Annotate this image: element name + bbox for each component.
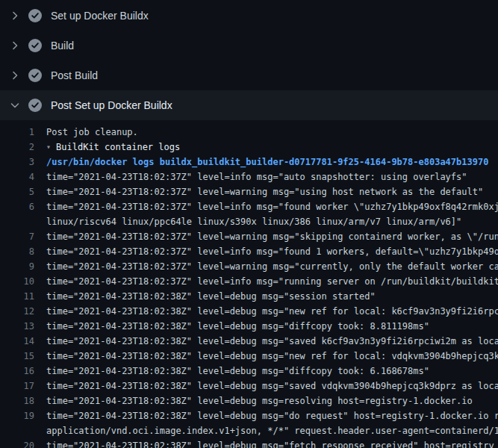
log-line-number[interactable]: 19 bbox=[0, 408, 34, 423]
log-line-number[interactable]: 2 bbox=[0, 140, 34, 155]
log-line-text: time="2021-04-23T18:02:38Z" level=debug … bbox=[34, 304, 498, 319]
log-line: 5 time="2021-04-23T18:02:37Z" level=warn… bbox=[0, 184, 498, 199]
log-line-text: time="2021-04-23T18:02:37Z" level=warnin… bbox=[34, 184, 498, 199]
log-line-number[interactable]: 4 bbox=[0, 169, 34, 184]
log-line: 11 time="2021-04-23T18:02:38Z" level=deb… bbox=[0, 289, 498, 304]
log-line: 9 time="2021-04-23T18:02:37Z" level=warn… bbox=[0, 259, 498, 274]
log-line-number[interactable]: 10 bbox=[0, 274, 34, 289]
log-line-text: time="2021-04-23T18:02:38Z" level=debug … bbox=[34, 408, 498, 423]
log-line-number[interactable]: 18 bbox=[0, 393, 34, 408]
log-line-text: time="2021-04-23T18:02:38Z" level=debug … bbox=[34, 289, 498, 304]
log-line: application/vnd.oci.image.index.v1+json,… bbox=[0, 423, 498, 438]
log-line-number[interactable]: 8 bbox=[0, 244, 34, 259]
log-line-number[interactable]: 7 bbox=[0, 229, 34, 244]
log-group-title: BuildKit container logs bbox=[56, 142, 180, 152]
log-line-number[interactable]: 14 bbox=[0, 334, 34, 349]
log-line-text: time="2021-04-23T18:02:37Z" level=info m… bbox=[34, 199, 498, 214]
log-line-number[interactable]: 13 bbox=[0, 319, 34, 334]
log-line-text: time="2021-04-23T18:02:38Z" level=debug … bbox=[34, 319, 498, 334]
log-line: 15 time="2021-04-23T18:02:38Z" level=deb… bbox=[0, 349, 498, 364]
log-line: 4 time="2021-04-23T18:02:37Z" level=info… bbox=[0, 169, 498, 184]
check-circle-icon bbox=[28, 69, 42, 82]
log-line-text: Post job cleanup. bbox=[34, 125, 498, 140]
log-line: 20 time="2021-04-23T18:02:38Z" level=deb… bbox=[0, 438, 498, 448]
log-line-text: time="2021-04-23T18:02:38Z" level=debug … bbox=[34, 393, 498, 408]
log-line-text: time="2021-04-23T18:02:38Z" level=debug … bbox=[34, 379, 498, 393]
log-line-text: time="2021-04-23T18:02:37Z" level=info m… bbox=[34, 169, 498, 184]
log-lines: 1 Post job cleanup. 2 ▾BuildKit containe… bbox=[0, 120, 498, 448]
log-line-number[interactable]: 16 bbox=[0, 364, 34, 379]
log-line-text: time="2021-04-23T18:02:38Z" level=debug … bbox=[34, 349, 498, 364]
log-line-text: /usr/bin/docker logs buildx_buildkit_bui… bbox=[34, 155, 498, 169]
chevron-right-icon bbox=[9, 40, 21, 52]
log-line-number[interactable] bbox=[0, 423, 34, 438]
log-line: 8 time="2021-04-23T18:02:37Z" level=info… bbox=[0, 244, 498, 259]
log-line-text: time="2021-04-23T18:02:37Z" level=warnin… bbox=[34, 229, 498, 244]
log-line: linux/riscv64 linux/ppc64le linux/s390x … bbox=[0, 214, 498, 229]
log-line: 14 time="2021-04-23T18:02:38Z" level=deb… bbox=[0, 334, 498, 349]
disclosure-triangle-icon[interactable]: ▾ bbox=[46, 143, 51, 151]
step-row-build[interactable]: Build bbox=[0, 31, 498, 60]
log-line-number[interactable]: 3 bbox=[0, 155, 34, 169]
log-line: 1 Post job cleanup. bbox=[0, 125, 498, 140]
chevron-right-icon bbox=[9, 10, 21, 22]
log-line: 10 time="2021-04-23T18:02:37Z" level=inf… bbox=[0, 274, 498, 289]
log-line: 3 /usr/bin/docker logs buildx_buildkit_b… bbox=[0, 155, 498, 169]
log-line-number[interactable]: 9 bbox=[0, 259, 34, 274]
step-label: Set up Docker Buildx bbox=[51, 10, 149, 22]
log-line: 17 time="2021-04-23T18:02:38Z" level=deb… bbox=[0, 379, 498, 393]
log-line: 16 time="2021-04-23T18:02:38Z" level=deb… bbox=[0, 364, 498, 379]
log-line-number[interactable]: 17 bbox=[0, 379, 34, 393]
check-circle-icon bbox=[28, 9, 42, 22]
log-line-text: time="2021-04-23T18:02:38Z" level=debug … bbox=[34, 364, 498, 379]
log-line-text: time="2021-04-23T18:02:37Z" level=warnin… bbox=[34, 259, 498, 274]
log-line-text: linux/riscv64 linux/ppc64le linux/s390x … bbox=[34, 214, 498, 229]
chevron-down-icon bbox=[9, 99, 21, 111]
log-line-number[interactable]: 6 bbox=[0, 199, 34, 214]
log-line-number[interactable]: 11 bbox=[0, 289, 34, 304]
log-line-number[interactable]: 15 bbox=[0, 349, 34, 364]
log-line: 13 time="2021-04-23T18:02:38Z" level=deb… bbox=[0, 319, 498, 334]
step-label: Post Build bbox=[51, 69, 98, 81]
actions-log-viewer: Set up Docker Buildx Build P bbox=[0, 0, 498, 448]
log-line: 12 time="2021-04-23T18:02:38Z" level=deb… bbox=[0, 304, 498, 319]
step-row-set-up-docker-buildx[interactable]: Set up Docker Buildx bbox=[0, 1, 498, 31]
log-line-number[interactable]: 20 bbox=[0, 438, 34, 448]
check-circle-icon bbox=[28, 99, 42, 112]
check-circle-icon bbox=[28, 39, 42, 52]
step-label: Post Set up Docker Buildx bbox=[51, 99, 172, 111]
steps-list: Set up Docker Buildx Build P bbox=[0, 0, 498, 120]
log-line-number[interactable]: 12 bbox=[0, 304, 34, 319]
log-line-number[interactable]: 5 bbox=[0, 184, 34, 199]
log-line-text: ▾BuildKit container logs bbox=[34, 140, 498, 155]
chevron-right-icon bbox=[9, 69, 21, 81]
log-line-text: application/vnd.oci.image.index.v1+json,… bbox=[34, 423, 498, 438]
log-line: 19 time="2021-04-23T18:02:38Z" level=deb… bbox=[0, 408, 498, 423]
log-line[interactable]: 2 ▾BuildKit container logs bbox=[0, 140, 498, 155]
step-row-post-build[interactable]: Post Build bbox=[0, 60, 498, 90]
log-line: 7 time="2021-04-23T18:02:37Z" level=warn… bbox=[0, 229, 498, 244]
log-line-text: time="2021-04-23T18:02:37Z" level=info m… bbox=[34, 244, 498, 259]
log-line-text: time="2021-04-23T18:02:38Z" level=debug … bbox=[34, 334, 498, 349]
step-label: Build bbox=[51, 40, 74, 52]
log-line-text: time="2021-04-23T18:02:37Z" level=info m… bbox=[34, 274, 498, 289]
log-line: 6 time="2021-04-23T18:02:37Z" level=info… bbox=[0, 199, 498, 214]
log-line: 18 time="2021-04-23T18:02:38Z" level=deb… bbox=[0, 393, 498, 408]
log-line-number[interactable]: 1 bbox=[0, 125, 34, 140]
step-row-post-set-up-docker-buildx[interactable]: Post Set up Docker Buildx bbox=[0, 90, 498, 120]
log-line-number[interactable] bbox=[0, 214, 34, 229]
log-line-text: time="2021-04-23T18:02:38Z" level=debug … bbox=[34, 438, 498, 448]
